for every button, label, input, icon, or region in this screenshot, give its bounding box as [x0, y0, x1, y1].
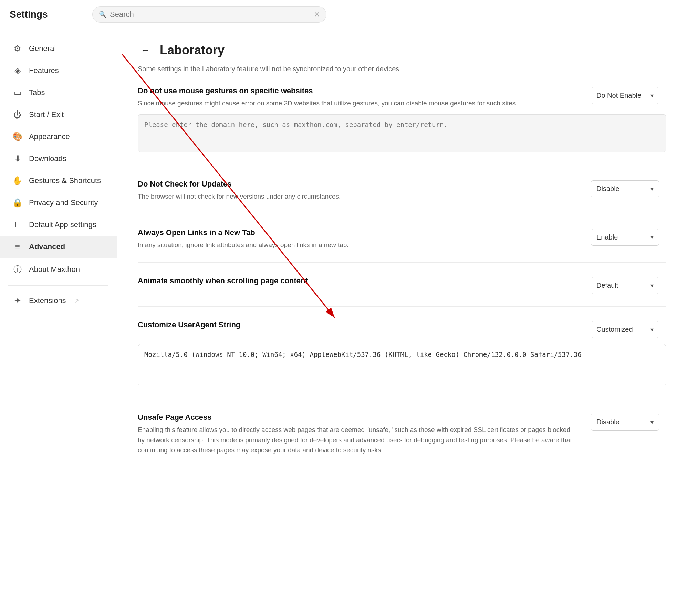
extensions-icon: ✦ [12, 296, 23, 306]
sidebar-item-default-app[interactable]: 🖥 Default App settings [0, 214, 117, 236]
dropdown-value-smooth-scroll: Default [596, 282, 618, 289]
section-title-smooth-scroll: Animate smoothly when scrolling page con… [138, 276, 577, 285]
section-unsafe-access: Unsafe Page Access Enabling this feature… [138, 413, 666, 467]
section-desc-new-tab: In any situation, ignore link attributes… [138, 240, 577, 250]
sidebar-item-downloads[interactable]: ⬇ Downloads [0, 148, 117, 170]
section-content-useragent: Customize UserAgent String [138, 320, 577, 332]
dropdown-useragent[interactable]: Customized ▾ [591, 321, 659, 338]
section-title-useragent: Customize UserAgent String [138, 320, 577, 329]
sidebar-label-features: Features [29, 66, 59, 75]
section-mouse-gestures: Do not use mouse gestures on specific we… [138, 86, 666, 166]
sidebar-item-advanced[interactable]: ≡ Advanced [0, 236, 117, 258]
sidebar-item-tabs[interactable]: ▭ Tabs [0, 82, 117, 104]
sidebar-label-appearance: Appearance [29, 132, 70, 141]
chevron-down-icon-new-tab: ▾ [650, 233, 654, 241]
section-title-new-tab: Always Open Links in a New Tab [138, 228, 577, 237]
sidebar: ⚙ General ◈ Features ▭ Tabs ⏻ Start / Ex… [0, 29, 117, 616]
section-no-update: Do Not Check for Updates The browser wil… [138, 180, 666, 214]
section-content-no-update: Do Not Check for Updates The browser wil… [138, 180, 577, 201]
sidebar-item-privacy[interactable]: 🔒 Privacy and Security [0, 192, 117, 214]
about-icon: ⓘ [12, 264, 23, 275]
section-title-no-update: Do Not Check for Updates [138, 180, 577, 189]
search-bar: 🔍 ✕ [92, 6, 326, 23]
chevron-down-icon-smooth-scroll: ▾ [650, 282, 654, 289]
page-subtitle: Some settings in the Laboratory feature … [138, 64, 666, 74]
section-useragent: Customize UserAgent String Customized ▾ … [138, 320, 666, 399]
main-content: ← Laboratory Some settings in the Labora… [117, 29, 687, 616]
section-desc-mouse-gestures: Since mouse gestures might cause error o… [138, 98, 577, 108]
sidebar-label-downloads: Downloads [29, 154, 66, 163]
sidebar-label-tabs: Tabs [29, 88, 45, 97]
dropdown-value-unsafe-access: Disable [596, 418, 620, 426]
sidebar-label-general: General [29, 44, 56, 53]
appearance-icon: 🎨 [12, 132, 23, 141]
app-title: Settings [10, 9, 85, 20]
sidebar-item-about[interactable]: ⓘ About Maxthon [0, 258, 117, 281]
sidebar-label-extensions: Extensions [29, 296, 66, 305]
dropdown-value-useragent: Customized [596, 326, 633, 333]
start-exit-icon: ⏻ [12, 110, 23, 119]
back-button[interactable]: ← [138, 43, 153, 57]
downloads-icon: ⬇ [12, 154, 23, 163]
section-content-mouse-gestures: Do not use mouse gestures on specific we… [138, 86, 577, 108]
section-new-tab: Always Open Links in a New Tab In any si… [138, 228, 666, 263]
section-row-no-update: Do Not Check for Updates The browser wil… [138, 180, 666, 201]
extensions-external-icon: ↗ [74, 298, 79, 304]
chevron-down-icon-useragent: ▾ [650, 326, 654, 333]
chevron-down-icon-no-update: ▾ [650, 185, 654, 193]
gestures-icon: ✋ [12, 176, 23, 185]
section-row-useragent: Customize UserAgent String Customized ▾ [138, 320, 666, 338]
sidebar-item-features[interactable]: ◈ Features [0, 60, 117, 82]
useragent-input[interactable]: Mozilla/5.0 (Windows NT 10.0; Win64; x64… [138, 344, 666, 385]
layout: ⚙ General ◈ Features ▭ Tabs ⏻ Start / Ex… [0, 29, 687, 616]
section-control-mouse-gestures: Do Not Enable ▾ [591, 86, 666, 104]
section-row-new-tab: Always Open Links in a New Tab In any si… [138, 228, 666, 250]
section-desc-no-update: The browser will not check for new versi… [138, 191, 577, 201]
section-desc-unsafe-access: Enabling this feature allows you to dire… [138, 425, 577, 455]
section-content-smooth-scroll: Animate smoothly when scrolling page con… [138, 276, 577, 288]
sidebar-item-general[interactable]: ⚙ General [0, 38, 117, 60]
section-control-new-tab: Enable ▾ [591, 228, 666, 246]
search-input[interactable] [110, 10, 311, 19]
privacy-icon: 🔒 [12, 198, 23, 208]
sidebar-label-default-app: Default App settings [29, 220, 96, 229]
general-icon: ⚙ [12, 44, 23, 53]
section-content-unsafe-access: Unsafe Page Access Enabling this feature… [138, 413, 577, 455]
advanced-icon: ≡ [12, 242, 23, 252]
dropdown-value-mouse-gestures: Do Not Enable [596, 92, 641, 99]
sidebar-divider [8, 285, 108, 286]
dropdown-mouse-gestures[interactable]: Do Not Enable ▾ [591, 87, 659, 104]
section-row-unsafe-access: Unsafe Page Access Enabling this feature… [138, 413, 666, 455]
sidebar-label-start-exit: Start / Exit [29, 110, 64, 119]
header: Settings 🔍 ✕ [0, 0, 687, 29]
sidebar-item-extensions[interactable]: ✦ Extensions ↗ [0, 290, 117, 312]
dropdown-no-update[interactable]: Disable ▾ [591, 180, 659, 197]
sidebar-label-privacy: Privacy and Security [29, 198, 98, 207]
section-content-new-tab: Always Open Links in a New Tab In any si… [138, 228, 577, 250]
domain-input[interactable] [138, 114, 666, 152]
sidebar-item-start-exit[interactable]: ⏻ Start / Exit [0, 104, 117, 126]
section-control-smooth-scroll: Default ▾ [591, 276, 666, 294]
features-icon: ◈ [12, 66, 23, 75]
section-control-no-update: Disable ▾ [591, 180, 666, 197]
section-smooth-scroll: Animate smoothly when scrolling page con… [138, 276, 666, 307]
section-control-unsafe-access: Disable ▾ [591, 413, 666, 431]
sidebar-label-gestures: Gestures & Shortcuts [29, 176, 101, 185]
section-control-useragent: Customized ▾ [591, 320, 666, 338]
dropdown-new-tab[interactable]: Enable ▾ [591, 229, 659, 246]
section-title-unsafe-access: Unsafe Page Access [138, 413, 577, 422]
search-clear-icon[interactable]: ✕ [314, 10, 320, 19]
sidebar-item-gestures[interactable]: ✋ Gestures & Shortcuts [0, 170, 117, 192]
section-row-mouse-gestures: Do not use mouse gestures on specific we… [138, 86, 666, 108]
page-title: Laboratory [160, 43, 225, 57]
dropdown-value-no-update: Disable [596, 185, 620, 193]
section-row-smooth-scroll: Animate smoothly when scrolling page con… [138, 276, 666, 294]
dropdown-unsafe-access[interactable]: Disable ▾ [591, 414, 659, 431]
page-header: ← Laboratory [138, 43, 666, 57]
search-icon: 🔍 [99, 11, 106, 18]
section-title-mouse-gestures: Do not use mouse gestures on specific we… [138, 86, 577, 95]
dropdown-smooth-scroll[interactable]: Default ▾ [591, 277, 659, 294]
chevron-down-icon-mouse-gestures: ▾ [650, 92, 654, 99]
sidebar-item-appearance[interactable]: 🎨 Appearance [0, 126, 117, 148]
chevron-down-icon-unsafe-access: ▾ [650, 418, 654, 426]
